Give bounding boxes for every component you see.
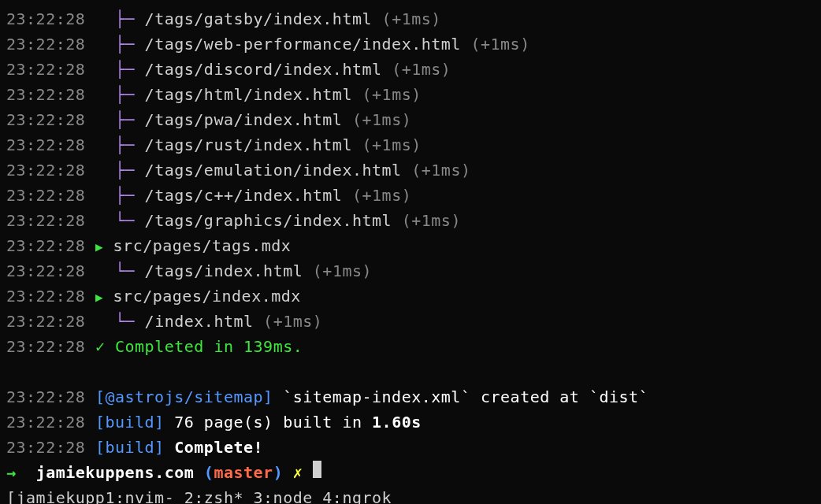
timestamp: 23:22:28 (6, 82, 85, 107)
tree-branch-icon: ├─ (115, 6, 135, 32)
prompt-paren-close: ) (273, 460, 284, 485)
prompt-git-branch: master (214, 460, 273, 485)
timestamp: 23:22:28 (6, 410, 85, 435)
log-tag: [build] (95, 410, 165, 435)
tree-branch-icon: ├─ (115, 32, 135, 57)
log-line: 23:22:28 └─ /index.html (+1ms) (6, 309, 821, 334)
log-line: 23:22:28 ├─ /tags/pwa/index.html (+1ms) (6, 107, 821, 132)
timestamp: 23:22:28 (6, 208, 85, 233)
timing: (+1ms) (263, 309, 322, 334)
timestamp: 23:22:28 (6, 435, 85, 460)
tree-end-icon: └─ (115, 208, 135, 233)
timing: (+1ms) (382, 6, 441, 32)
log-line: 23:22:28 ├─ /tags/rust/index.html (+1ms) (6, 132, 821, 158)
log-line: 23:22:28 [build] 76 page(s) built in 1.6… (6, 410, 821, 435)
output-path: /index.html (145, 309, 254, 334)
completed-text: Completed in 139ms. (115, 334, 303, 359)
log-line: 23:22:28 └─ /tags/graphics/index.html (+… (6, 208, 821, 233)
log-line: 23:22:28 ├─ /tags/emulation/index.html (… (6, 158, 821, 183)
log-line: 23:22:28 ▶ src/pages/tags.mdx (6, 233, 821, 258)
timestamp: 23:22:28 (6, 32, 85, 57)
play-icon: ▶ (95, 237, 103, 258)
prompt-paren-open: ( (204, 460, 214, 485)
shell-prompt[interactable]: → jamiekuppens.com (master) ✗ (6, 460, 821, 485)
log-text: 76 page(s) built in (165, 410, 372, 435)
output-path: /tags/graphics/index.html (145, 208, 392, 233)
timestamp: 23:22:28 (6, 132, 85, 158)
log-tag: [build] (95, 435, 165, 460)
cursor (313, 461, 321, 478)
prompt-status-icon: ✗ (293, 460, 303, 485)
output-path: /tags/web-performance/index.html (145, 32, 461, 57)
timestamp: 23:22:28 (6, 107, 85, 132)
output-path: /tags/discord/index.html (145, 57, 382, 82)
log-line: 23:22:28 [build] Complete! (6, 435, 821, 460)
timing: (+1ms) (313, 258, 372, 284)
source-path: src/pages/tags.mdx (113, 233, 292, 258)
tree-end-icon: └─ (115, 258, 135, 284)
output-path: /tags/c++/index.html (145, 183, 343, 208)
tree-branch-icon: ├─ (115, 57, 135, 82)
timing: (+1ms) (392, 57, 451, 82)
timestamp: 23:22:28 (6, 258, 85, 284)
tree-branch-icon: ├─ (115, 132, 135, 158)
timestamp: 23:22:28 (6, 334, 85, 359)
log-line: 23:22:28 ├─ /tags/web-performance/index.… (6, 32, 821, 57)
tree-branch-icon: ├─ (115, 183, 135, 208)
timestamp: 23:22:28 (6, 233, 85, 258)
terminal-output[interactable]: 23:22:28 ├─ /tags/gatsby/index.html (+1m… (0, 0, 821, 485)
output-path: /tags/pwa/index.html (145, 107, 343, 132)
timestamp: 23:22:28 (6, 57, 85, 82)
log-line: 23:22:28 [@astrojs/sitemap] `sitemap-ind… (6, 384, 821, 410)
tree-branch-icon: ├─ (115, 107, 135, 132)
timing: (+1ms) (402, 208, 461, 233)
log-line: 23:22:28 ▶ src/pages/index.mdx (6, 284, 821, 309)
timing: (+1ms) (362, 82, 422, 107)
prompt-directory: jamiekuppens.com (36, 460, 195, 485)
timing: (+1ms) (411, 158, 470, 183)
log-text: `sitemap-index.xml` created at `dist` (273, 384, 649, 410)
timing: (+1ms) (352, 107, 411, 132)
timestamp: 23:22:28 (6, 384, 85, 410)
log-text: Complete! (165, 435, 263, 460)
log-line: 23:22:28 ✓ Completed in 139ms. (6, 334, 821, 359)
log-tag: [@astrojs/sitemap] (95, 384, 273, 410)
output-path: /tags/emulation/index.html (145, 158, 402, 183)
prompt-arrow-icon: → (6, 460, 17, 485)
timestamp: 23:22:28 (6, 183, 85, 208)
timestamp: 23:22:28 (6, 284, 85, 309)
play-icon: ▶ (95, 287, 103, 308)
log-line: 23:22:28 ├─ /tags/c++/index.html (+1ms) (6, 183, 821, 208)
output-path: /tags/rust/index.html (145, 132, 352, 158)
source-path: src/pages/index.mdx (113, 284, 301, 309)
log-line: 23:22:28 ├─ /tags/discord/index.html (+1… (6, 57, 821, 82)
log-line: 23:22:28 └─ /tags/index.html (+1ms) (6, 258, 821, 284)
log-line: 23:22:28 ├─ /tags/html/index.html (+1ms) (6, 82, 821, 107)
output-path: /tags/html/index.html (145, 82, 352, 107)
timing: (+1ms) (352, 183, 411, 208)
log-line: 23:22:28 ├─ /tags/gatsby/index.html (+1m… (6, 6, 821, 32)
log-text: 1.60s (372, 410, 422, 435)
output-path: /tags/gatsby/index.html (145, 6, 372, 32)
tmux-statusbar[interactable]: [jamiekupp1:nvim- 2:zsh* 3:node 4:ngrok (0, 485, 821, 504)
output-path: /tags/index.html (145, 258, 303, 284)
tree-end-icon: └─ (115, 309, 135, 334)
tree-branch-icon: ├─ (115, 82, 135, 107)
check-icon: ✓ (95, 334, 106, 359)
timestamp: 23:22:28 (6, 6, 85, 32)
timing: (+1ms) (470, 32, 529, 57)
timestamp: 23:22:28 (6, 309, 85, 334)
tree-branch-icon: ├─ (115, 158, 135, 183)
timestamp: 23:22:28 (6, 158, 85, 183)
timing: (+1ms) (362, 132, 422, 158)
